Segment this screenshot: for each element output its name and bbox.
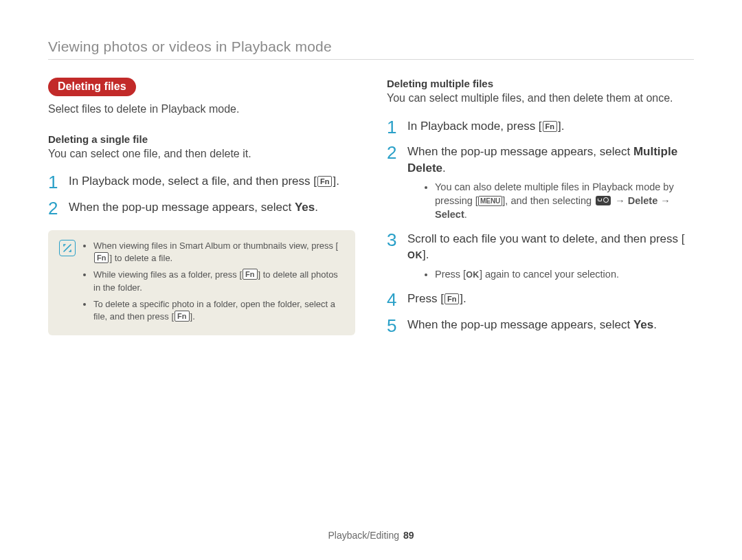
step-2: When the pop-up message appears, select … (387, 144, 694, 221)
step-5: When the pop-up message appears, select … (387, 317, 694, 333)
settings-icon (596, 196, 611, 205)
subsection-text-single: You can select one file, and then delete… (48, 146, 355, 161)
step-2: When the pop-up message appears, select … (48, 199, 355, 215)
manual-page: Viewing photos or videos in Playback mod… (0, 0, 742, 560)
ok-key-icon: OK (407, 249, 423, 262)
section-intro: Select files to delete in Playback mode. (48, 102, 355, 117)
subsection-text-multiple: You can select multiple files, and then … (387, 91, 694, 106)
ok-key-icon: OK (466, 269, 480, 281)
fn-key-icon: Fn (94, 252, 109, 263)
sub-bullet: You can also delete multiple files in Pl… (435, 180, 694, 221)
step-3: Scroll to each file you want to delete, … (387, 231, 694, 281)
right-column: Deleting multiple files You can select m… (387, 78, 694, 342)
note-list: When viewing files in Smart Album or thu… (84, 240, 344, 327)
section-pill: Deleting files (48, 78, 136, 96)
menu-key-icon: MENU (478, 196, 502, 206)
note-item: While viewing files as a folder, press [… (93, 269, 344, 293)
subsection-title-multiple: Deleting multiple files (387, 78, 694, 89)
page-footer: Playback/Editing89 (0, 530, 742, 541)
step-3-sub: Press [OK] again to cancel your selectio… (407, 267, 694, 281)
content-columns: Deleting files Select files to delete in… (48, 78, 694, 342)
step-1: In Playback mode, press [Fn]. (387, 118, 694, 134)
left-column: Deleting files Select files to delete in… (48, 78, 355, 342)
steps-multiple-delete: In Playback mode, press [Fn]. When the p… (387, 118, 694, 333)
steps-single-delete: In Playback mode, select a file, and the… (48, 173, 355, 215)
page-title: Viewing photos or videos in Playback mod… (48, 38, 694, 60)
step-2-sub: You can also delete multiple files in Pl… (407, 180, 694, 221)
fn-key-icon: Fn (543, 121, 557, 132)
page-number: 89 (403, 530, 414, 541)
note-box: When viewing files in Smart Album or thu… (48, 230, 355, 335)
fn-key-icon: Fn (445, 293, 459, 304)
sub-bullet: Press [OK] again to cancel your selectio… (435, 267, 694, 281)
footer-section: Playback/Editing (328, 530, 399, 541)
step-1: In Playback mode, select a file, and the… (48, 173, 355, 189)
note-item: To delete a specific photo in a folder, … (93, 298, 344, 323)
fn-key-icon: Fn (317, 176, 332, 187)
fn-key-icon: Fn (243, 269, 257, 280)
subsection-title-single: Deleting a single file (48, 133, 355, 145)
fn-key-icon: Fn (175, 311, 189, 322)
note-item: When viewing files in Smart Album or thu… (93, 240, 344, 265)
note-icon (59, 240, 76, 256)
step-4: Press [Fn]. (387, 291, 694, 306)
